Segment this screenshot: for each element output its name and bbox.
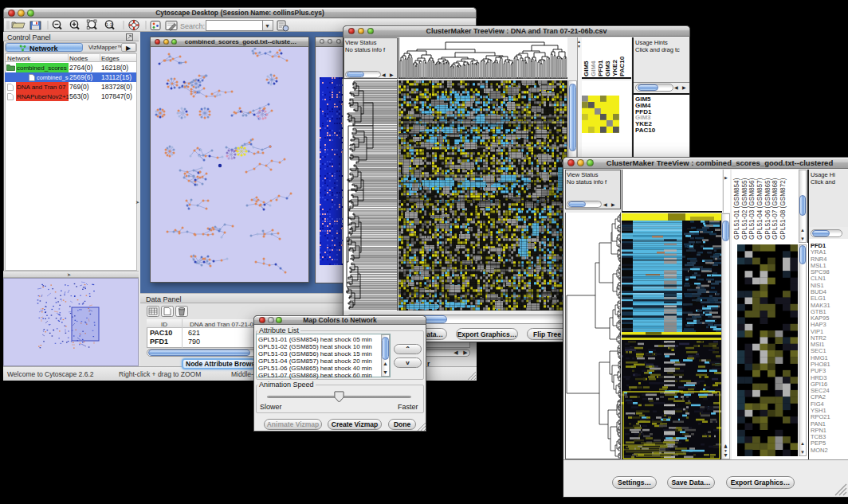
svg-text:1:1: 1:1 <box>106 22 113 27</box>
